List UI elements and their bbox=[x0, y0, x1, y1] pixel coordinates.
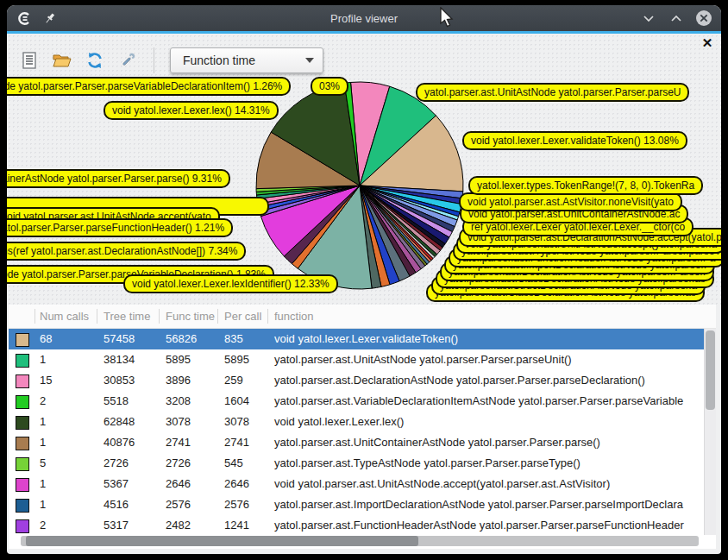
cell-func-time: 56826 bbox=[166, 329, 197, 349]
pie-callout-label: void yatol.parser.ast.AstVisitor.noneVis… bbox=[459, 192, 682, 211]
cell-tree-time: 40876 bbox=[104, 432, 135, 453]
table-row[interactable]: 14087627412741yatol.parser.ast.UnitConta… bbox=[9, 432, 716, 453]
cell-per-call: 2646 bbox=[224, 474, 249, 494]
cell-num-calls: 2 bbox=[40, 515, 46, 536]
cell-tree-time: 2726 bbox=[104, 453, 129, 474]
cell-function: yatol.parser.ast.TypeAstNode yatol.parse… bbox=[274, 453, 581, 474]
table-row[interactable]: 1536726462646void yatol.parser.ast.UnitA… bbox=[9, 474, 716, 494]
cell-function: yatol.parser.ast.UnitContainerAstNode ya… bbox=[274, 432, 600, 453]
column-header-tree-time[interactable]: Tree time bbox=[104, 305, 150, 328]
pie-callout-label: ode yatol.parser.Parser.parseVariableDec… bbox=[7, 77, 291, 96]
table-row[interactable]: 527262726545yatol.parser.ast.TypeAstNode… bbox=[9, 453, 716, 474]
table-row[interactable]: 2531724821241yatol.parser.ast.FunctionHe… bbox=[9, 515, 716, 536]
table-header: Num callsTree timeFunc timePer callfunct… bbox=[9, 305, 716, 329]
cell-tree-time: 5518 bbox=[104, 391, 129, 412]
cell-per-call: 2576 bbox=[224, 494, 249, 515]
cell-func-time: 5895 bbox=[166, 349, 191, 370]
window-title: Profile viewer bbox=[7, 12, 721, 25]
header-separator bbox=[159, 309, 160, 324]
color-swatch bbox=[16, 519, 29, 533]
pie-callout-label: void yatol.lexer.Lexer.validateToken() 1… bbox=[462, 131, 687, 150]
header-separator bbox=[267, 309, 268, 324]
cell-func-time: 2646 bbox=[166, 474, 191, 494]
cell-per-call: 835 bbox=[224, 329, 243, 349]
profile-viewer-window: Profile viewer ✕ bbox=[7, 5, 721, 554]
cell-function: yatol.parser.ast.FunctionHeaderAstNode y… bbox=[274, 515, 684, 536]
cell-tree-time: 38134 bbox=[104, 349, 135, 370]
color-swatch bbox=[16, 374, 29, 388]
cell-per-call: 1604 bbox=[224, 391, 249, 412]
close-button[interactable] bbox=[695, 9, 712, 27]
header-separator bbox=[35, 309, 35, 324]
table-row[interactable]: 2551832081604yatol.parser.ast.VariableDe… bbox=[9, 391, 716, 412]
cell-func-time: 3896 bbox=[166, 370, 191, 391]
cell-tree-time: 57458 bbox=[104, 329, 135, 349]
cell-func-time: 2482 bbox=[166, 515, 191, 536]
cell-num-calls: 5 bbox=[40, 453, 46, 474]
vertical-scrollbar-thumb[interactable] bbox=[706, 330, 715, 410]
pie-callout-label: ns(ref yatol.parser.ast.DeclarationAstNo… bbox=[7, 242, 246, 261]
cell-function: void yatol.lexer.Lexer.validateToken() bbox=[274, 329, 458, 349]
cell-per-call: 2741 bbox=[224, 432, 249, 453]
titlebar[interactable]: Profile viewer bbox=[7, 5, 721, 31]
cell-func-time: 3078 bbox=[166, 412, 191, 432]
color-swatch bbox=[16, 457, 29, 471]
color-swatch bbox=[16, 333, 29, 347]
cell-function: void yatol.parser.ast.UnitAstNode.accept… bbox=[274, 474, 610, 494]
cell-func-time: 3208 bbox=[166, 391, 191, 412]
horizontal-scrollbar-thumb[interactable] bbox=[26, 536, 418, 546]
app-icon bbox=[16, 9, 33, 27]
color-swatch bbox=[16, 499, 29, 513]
maximize-button[interactable] bbox=[668, 9, 685, 27]
cell-num-calls: 15 bbox=[40, 370, 52, 391]
cell-num-calls: 1 bbox=[40, 474, 46, 494]
cell-function: yatol.parser.ast.VariableDeclarationItem… bbox=[274, 391, 683, 412]
cell-func-time: 2726 bbox=[166, 453, 191, 474]
cell-tree-time: 30853 bbox=[104, 370, 135, 391]
color-swatch bbox=[16, 354, 29, 368]
horizontal-scrollbar[interactable] bbox=[21, 536, 699, 546]
cell-func-time: 2576 bbox=[166, 494, 191, 515]
pie-callout-label: atol.parser.Parser.parseFunctionHeader()… bbox=[7, 218, 233, 237]
pie-callout-label: yatol.lexer.types.TokenRange!(7, 8, 0).T… bbox=[468, 176, 703, 195]
table-row[interactable]: 15308533896259yatol.parser.ast.Declarati… bbox=[9, 370, 716, 391]
vertical-scrollbar[interactable] bbox=[704, 329, 716, 535]
table-row[interactable]: 16284830783078void yatol.lexer.Lexer.lex… bbox=[9, 412, 716, 432]
pie-callout-label: void yatol.lexer.Lexer.lex() 14.31% bbox=[104, 101, 279, 120]
cell-function: yatol.parser.ast.ImportDeclarationAstNod… bbox=[274, 494, 683, 515]
pin-icon[interactable] bbox=[41, 9, 59, 27]
color-swatch bbox=[16, 395, 29, 409]
column-header-num-calls[interactable]: Num calls bbox=[40, 305, 89, 328]
minimize-button[interactable] bbox=[640, 9, 657, 27]
header-separator bbox=[217, 309, 218, 324]
cell-per-call: 545 bbox=[224, 453, 243, 474]
cell-num-calls: 2 bbox=[40, 391, 46, 412]
cell-tree-time: 4516 bbox=[104, 494, 129, 515]
color-swatch bbox=[16, 478, 29, 492]
pie-chart-area: yatol.parser.ast.ClassDeclarationAstNode… bbox=[7, 34, 721, 305]
table-row[interactable]: 13813458955895yatol.parser.ast.UnitAstNo… bbox=[9, 349, 716, 370]
color-swatch bbox=[16, 437, 29, 450]
table-row[interactable]: 685745856826835void yatol.lexer.Lexer.va… bbox=[9, 329, 716, 349]
cell-num-calls: 1 bbox=[40, 432, 46, 453]
pie-callout-label: ainerAstNode yatol.parser.Parser.parse()… bbox=[7, 169, 230, 188]
cell-tree-time: 5367 bbox=[104, 474, 129, 494]
profile-table: Num callsTree timeFunc timePer callfunct… bbox=[9, 305, 716, 549]
screen: { "window": { "title": "Profile viewer",… bbox=[0, 0, 728, 560]
cell-per-call: 259 bbox=[224, 370, 243, 391]
cell-num-calls: 68 bbox=[40, 329, 52, 349]
cell-num-calls: 1 bbox=[40, 349, 46, 370]
cell-function: void yatol.lexer.Lexer.lex() bbox=[274, 412, 404, 432]
cell-per-call: 5895 bbox=[224, 349, 249, 370]
column-header-function[interactable]: function bbox=[274, 305, 314, 328]
cell-num-calls: 1 bbox=[40, 494, 46, 515]
cell-tree-time: 5317 bbox=[104, 515, 129, 536]
column-header-per-call[interactable]: Per call bbox=[224, 305, 261, 328]
cell-num-calls: 1 bbox=[40, 412, 46, 432]
cell-func-time: 2741 bbox=[166, 432, 191, 453]
pie-callout-label: 03% bbox=[311, 77, 348, 96]
table-row[interactable]: 1451625762576yatol.parser.ast.ImportDecl… bbox=[9, 494, 716, 515]
pie-callout-label: void yatol.lexer.Lexer.lexIdentifier() 1… bbox=[123, 274, 338, 293]
cell-function: yatol.parser.ast.UnitAstNode yatol.parse… bbox=[274, 349, 572, 370]
column-header-func-time[interactable]: Func time bbox=[166, 305, 215, 328]
